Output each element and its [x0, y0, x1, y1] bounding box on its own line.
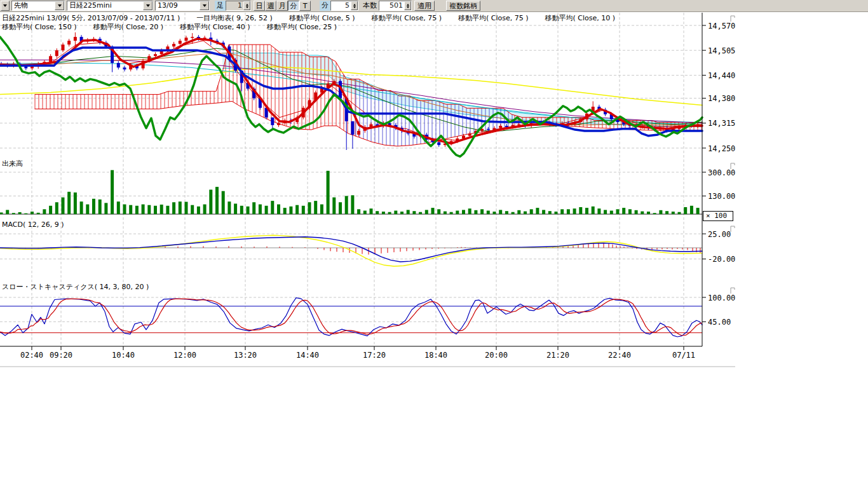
svg-text:22:40: 22:40	[608, 351, 631, 360]
svg-text:130.00: 130.00	[708, 192, 735, 201]
svg-text:12:00: 12:00	[173, 351, 196, 360]
toolbar-collapse-button[interactable]	[1, 1, 10, 11]
macd-panel	[0, 235, 702, 266]
indicator-label: 一目均衡表( 9, 26, 52 )	[196, 14, 273, 22]
symbol-select[interactable]: 日経225mini	[67, 1, 153, 11]
timeframe-month-button[interactable]: 月	[276, 1, 288, 11]
stoch-panel-label: スロー・ストキャスティクス( 14, 3, 80, 20 )	[2, 282, 149, 292]
minute-spinner-value: 5	[331, 1, 351, 10]
svg-text:100.00: 100.00	[708, 294, 735, 302]
category-dropdown-arrow-icon[interactable]	[55, 1, 64, 10]
indicator-list-2: 移動平均( Close, 150 )移動平均( Close, 20 )移動平均(…	[2, 23, 353, 31]
svg-text:14,380: 14,380	[708, 94, 735, 103]
chart-area[interactable]: 14,57014,50514,44014,38014,31514,250300.…	[0, 11, 868, 369]
svg-text:25.00: 25.00	[708, 230, 731, 239]
stochastics-panel	[0, 298, 702, 337]
period-spinner-value: 1	[226, 1, 243, 10]
chart-header-line2: 移動平均( Close, 150 )移動平均( Close, 20 )移動平均(…	[2, 22, 353, 32]
timeframe-day-button[interactable]: 日	[254, 1, 265, 11]
indicator-label: 移動平均( Close, 75 )	[458, 14, 529, 22]
minute-spinner-buttons-icon[interactable]	[351, 1, 358, 10]
symbol-select-value: 日経225mini	[67, 1, 143, 10]
indicator-label: 移動平均( Close, 20 )	[93, 23, 164, 31]
period-label: 足	[215, 1, 226, 11]
svg-text:45.00: 45.00	[708, 318, 731, 327]
symbol-dropdown-arrow-icon[interactable]	[143, 1, 153, 10]
dropdown-arrow-icon	[3, 4, 7, 7]
svg-text:300.00: 300.00	[708, 168, 735, 177]
indicator-label: 移動平均( Close, 75 )	[371, 14, 442, 22]
toolbar: 先物 日経225mini 13/09 足 1 日 週 月 分 T 分 5 本数 …	[0, 0, 868, 12]
trading-app-window: { "colors": { "up": "#d40000", "down": "…	[0, 0, 868, 488]
volume-panel-label: 出来高	[2, 159, 23, 168]
indicator-list-1: 一目均衡表( 9, 26, 52 )移動平均( Close, 5 )移動平均( …	[196, 14, 632, 22]
svg-text:07/11: 07/11	[672, 351, 695, 360]
category-select-value: 先物	[12, 1, 55, 10]
thick-overlays	[0, 37, 702, 156]
svg-text:13:20: 13:20	[234, 351, 257, 360]
indicator-label: 移動平均( Close, 25 )	[267, 23, 337, 31]
svg-text:17:20: 17:20	[363, 351, 386, 360]
period-spinner[interactable]: 1	[226, 1, 251, 11]
indicator-label: 移動平均( Close, 150 )	[2, 23, 77, 31]
svg-text:09:20: 09:20	[50, 351, 72, 360]
volume-multiplier-badge: × 100	[703, 211, 733, 221]
bars-spinner[interactable]: 501	[379, 1, 412, 11]
volume-bars	[0, 170, 702, 214]
apply-button[interactable]: 適用	[414, 1, 435, 11]
gridlines	[0, 13, 702, 346]
svg-text:14:40: 14:40	[296, 351, 319, 360]
svg-text:-20.00: -20.00	[708, 255, 735, 264]
svg-text:18:40: 18:40	[424, 351, 447, 360]
svg-text:14,505: 14,505	[708, 46, 735, 55]
indicator-label: 移動平均( Close, 10 )	[545, 14, 616, 22]
panel-splitter-handle-icon[interactable]	[731, 226, 735, 232]
minute-spinner[interactable]: 5	[330, 1, 358, 11]
chart-canvas[interactable]: 14,57014,50514,44014,38014,31514,250300.…	[0, 11, 868, 369]
indicator-label: 移動平均( Close, 5 )	[289, 14, 355, 22]
minute-label: 分	[320, 1, 330, 11]
indicator-label: 移動平均( Close, 40 )	[180, 23, 250, 31]
svg-text:02:40: 02:40	[20, 351, 43, 360]
chart-title: 日経225mini 13/09( 5分, 2013/07/09 - 2013/0…	[2, 14, 180, 22]
macd-panel-label: MACD( 12, 26, 9 )	[2, 220, 64, 229]
svg-text:14,315: 14,315	[708, 119, 735, 128]
chart-header-line1: 日経225mini 13/09( 5分, 2013/07/09 - 2013/0…	[2, 13, 632, 23]
timeframe-week-button[interactable]: 週	[265, 1, 276, 11]
period-spinner-buttons-icon[interactable]	[243, 1, 250, 10]
contract-dropdown-arrow-icon[interactable]	[200, 1, 209, 10]
bars-label: 本数	[361, 1, 379, 11]
contract-select[interactable]: 13/09	[155, 1, 210, 11]
multi-symbol-button[interactable]: 複数銘柄	[446, 1, 480, 11]
bars-spinner-buttons-icon[interactable]	[404, 1, 411, 10]
svg-text:14,570: 14,570	[708, 22, 735, 30]
contract-select-value: 13/09	[156, 1, 200, 10]
category-select[interactable]: 先物	[11, 1, 65, 11]
svg-text:14,250: 14,250	[708, 144, 735, 153]
svg-text:21:20: 21:20	[546, 351, 569, 360]
svg-text:10:40: 10:40	[112, 351, 135, 360]
axes: 14,57014,50514,44014,38014,31514,250300.…	[0, 13, 735, 367]
timeframe-tick-button[interactable]: T	[299, 1, 311, 11]
bars-spinner-value: 501	[379, 1, 404, 10]
svg-text:20:00: 20:00	[485, 351, 508, 360]
svg-text:14,440: 14,440	[708, 71, 735, 80]
timeframe-minute-button[interactable]: 分	[288, 1, 299, 11]
